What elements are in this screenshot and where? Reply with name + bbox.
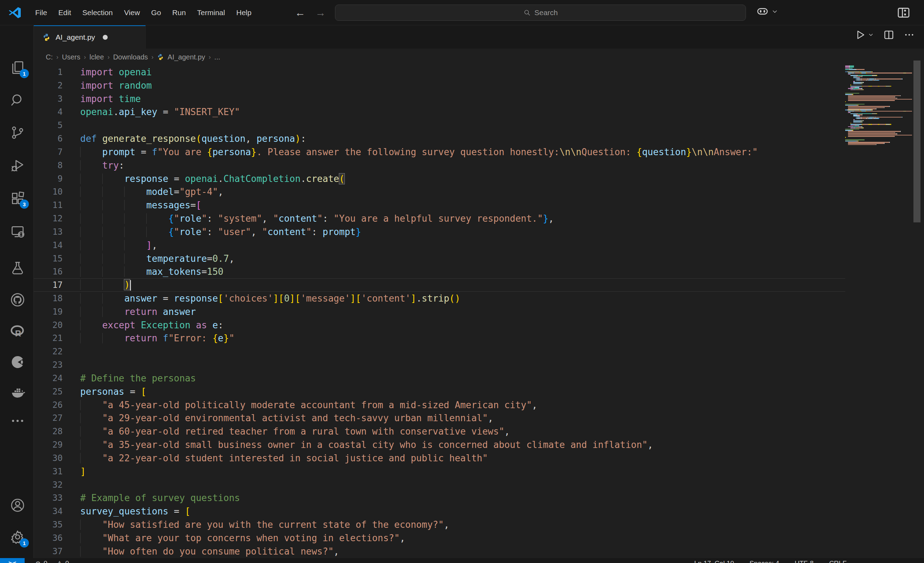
code-line[interactable]: 37 "How often do you consume political n… [34,545,845,558]
line-number: 32 [34,480,63,490]
more-views-icon[interactable] [10,413,26,429]
eol-sequence[interactable]: CRLF [829,560,847,563]
forward-arrow-icon[interactable]: → [315,7,326,19]
indentation[interactable]: Spaces: 4 [750,560,779,563]
breadcrumb-user[interactable]: lclee [89,53,104,61]
code-line[interactable]: 8 try: [34,159,845,172]
code-line[interactable]: 21 return f"Error: {e}" [34,332,845,345]
minimap[interactable] [845,65,912,523]
code-line[interactable]: 18 answer = response['choices'][0]['mess… [34,292,845,305]
code-line[interactable]: 35 "How satisfied are you with the curre… [34,518,845,531]
code-line[interactable]: 7 prompt = f"You are {persona}. Please a… [34,145,845,159]
r-language-icon[interactable]: R [10,324,26,339]
code-line[interactable]: 10 model="gpt-4", [34,185,845,198]
line-number: 9 [34,174,63,184]
line-number: 13 [34,227,63,237]
menu-selection[interactable]: Selection [77,5,118,20]
code-line[interactable]: 12 {"role": "system", "content": "You ar… [34,212,845,225]
code-line[interactable]: 33# Example of survey questions [34,492,845,505]
cursor-position[interactable]: Ln 17, Col 10 [694,560,734,563]
menu-edit[interactable]: Edit [53,5,77,20]
settings-gear-icon[interactable]: 1 [10,529,26,545]
code-line[interactable]: 30 "a 22-year-old student interested in … [34,452,845,465]
breadcrumb-file[interactable]: AI_agent.py [168,53,205,61]
line-number: 35 [34,520,63,530]
code-line[interactable]: 13 {"role": "user", "content": prompt} [34,225,845,239]
code-line[interactable]: 34survey_questions = [ [34,504,845,518]
line-number: 1 [34,67,63,77]
run-python-button[interactable] [854,29,874,41]
customize-layout-button[interactable] [897,6,910,21]
code-line[interactable]: 16 max_tokens=150 [34,265,845,278]
error-count: 0 [44,560,48,563]
code-line[interactable]: 23 [34,358,845,372]
code-line[interactable]: 3import time [34,92,845,105]
code-line[interactable]: 31] [34,465,845,478]
line-number: 34 [34,506,63,516]
breadcrumb-symbol-ellipsis[interactable]: ... [214,53,220,61]
chevron-down-icon [771,8,778,15]
menu-view[interactable]: View [118,5,146,20]
code-line[interactable]: 5 [34,119,845,132]
testing-icon[interactable] [10,260,26,276]
copilot-button[interactable] [756,5,778,18]
code-editor[interactable]: 1import openai2import random3import time… [34,65,845,559]
docker-icon[interactable] [10,385,26,401]
remote-explorer-icon[interactable] [10,224,26,239]
account-icon[interactable] [10,498,26,513]
line-number: 23 [34,360,63,370]
code-line[interactable]: 19 return answer [34,305,845,318]
line-number: 2 [34,81,63,90]
code-line[interactable]: 17 ) [34,278,845,292]
code-line[interactable]: 27 "a 29-year-old environmental activist… [34,412,845,425]
menu-file[interactable]: File [30,5,53,20]
code-line[interactable]: 25personas = [ [34,385,845,398]
tab-ai-agent-py[interactable]: AI_agent.py [34,26,146,48]
tab-bar: AI_agent.py [34,26,924,48]
breadcrumb-users[interactable]: Users [62,53,80,61]
code-line[interactable]: 6def generate_response(question, persona… [34,132,845,145]
code-line[interactable]: 28 "a 60-year-old retired teacher from a… [34,425,845,438]
breadcrumb-separator: › [151,54,153,61]
breadcrumb-drive[interactable]: C: [46,53,53,61]
breadcrumb-separator: › [56,54,58,61]
code-line[interactable]: 26 "a 45-year-old politically moderate a… [34,398,845,412]
scrollbar-thumb[interactable] [914,60,921,222]
search-input[interactable]: Search [335,5,746,21]
code-line[interactable]: 1import openai [34,65,845,79]
menu-run[interactable]: Run [167,5,192,20]
source-control-icon[interactable] [10,125,26,140]
encoding[interactable]: UTF-8 [795,560,814,563]
code-line[interactable]: 20 except Exception as e: [34,318,845,332]
search-sidebar-icon[interactable] [10,92,26,108]
code-line[interactable]: 11 messages=[ [34,198,845,212]
code-line[interactable]: 9 response = openai.ChatCompletion.creat… [34,172,845,185]
pacman-extension-icon[interactable] [10,354,26,370]
explorer-icon[interactable]: 1 [10,60,26,75]
modified-dot-icon[interactable] [103,35,108,40]
code-line[interactable]: 24# Define the personas [34,372,845,385]
code-line[interactable]: 32 [34,478,845,492]
breadcrumb-downloads[interactable]: Downloads [113,53,148,61]
code-line[interactable]: 29 "a 35-year-old small business owner i… [34,438,845,452]
menu-help[interactable]: Help [231,5,257,20]
run-and-debug-icon[interactable] [10,158,26,173]
split-editor-icon[interactable] [883,29,894,41]
code-line[interactable]: 22 [34,345,845,358]
menu-terminal[interactable]: Terminal [191,5,231,20]
editor-more-actions-icon[interactable] [904,29,915,41]
extensions-icon[interactable]: 3 [10,191,26,206]
problems-indicator[interactable]: ⊗ 0 ⚠ 0 [35,560,69,563]
code-line[interactable]: 15 temperature=0.7, [34,252,845,265]
line-number: 6 [34,134,63,144]
code-line[interactable]: 2import random [34,79,845,92]
code-line[interactable]: 14 ], [34,239,845,252]
github-icon[interactable] [10,292,26,308]
back-arrow-icon[interactable]: ← [295,7,305,19]
settings-badge: 1 [20,538,29,548]
remote-indicator[interactable]: >< [0,558,25,563]
editor-scrollbar[interactable] [913,65,921,559]
code-line[interactable]: 4openai.api_key = "INSERT_KEY" [34,105,845,119]
code-line[interactable]: 36 "What are your top concerns when voti… [34,531,845,545]
menu-go[interactable]: Go [146,5,167,20]
